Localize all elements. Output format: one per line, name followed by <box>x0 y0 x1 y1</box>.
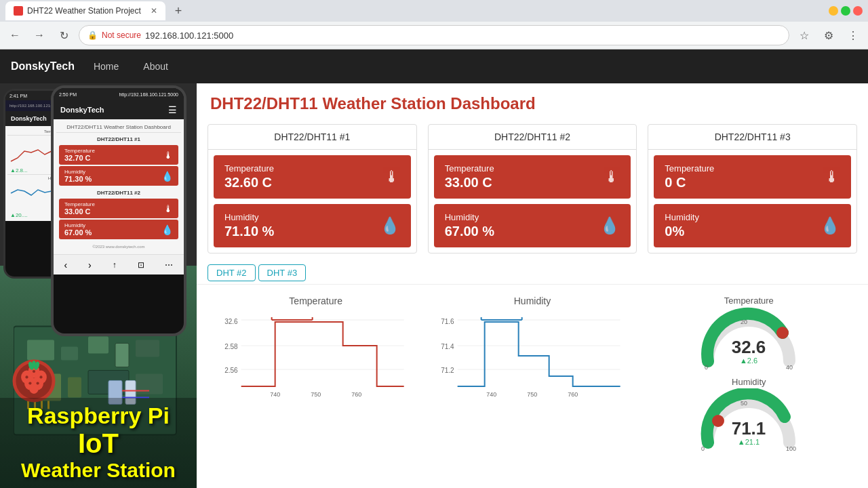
svg-text:750: 750 <box>311 391 321 398</box>
navbar: DonskyTech Home About <box>0 49 868 83</box>
reload-button[interactable]: ↻ <box>54 26 73 45</box>
navbar-about[interactable]: About <box>138 58 174 75</box>
sensor1-temp-label: Temperature <box>224 163 274 174</box>
temperature-gauge: Temperature 0 20 40 <box>646 296 852 371</box>
sensor2-title: DHT22/DHT11 #2 <box>429 125 637 150</box>
humidity-icon-2: 💧 <box>599 216 620 235</box>
thermometer-icon-2: 🌡 <box>604 167 620 186</box>
browser-toolbar: ← → ↻ 🔒 Not secure 192.168.100.121:5000 … <box>0 22 868 49</box>
overlay-line1: Raspberry Pi <box>7 403 190 428</box>
large-phone-navbar: DonskyTech ☰ <box>54 100 184 119</box>
security-label: Not secure <box>102 30 141 40</box>
svg-rect-4 <box>115 344 129 367</box>
humidity-chart-svg: 71.6 71.4 71.2 740 <box>429 312 635 400</box>
large-phone-hum2-label: Humidity <box>64 222 92 228</box>
large-phone-dashboard-title: DHT22/DHT11 Weather Station Dashboard <box>56 122 181 133</box>
svg-text:32.6: 32.6 <box>224 318 238 325</box>
sidebar-phone: Raspberry Pi IoT Weather Station 2:41 PM… <box>0 83 197 488</box>
sensor3-hum-value: 0% <box>665 224 699 239</box>
svg-point-33 <box>32 361 36 368</box>
large-phone-hum2-value: 67.00 % <box>64 228 92 237</box>
svg-text:2.58: 2.58 <box>224 343 238 350</box>
sensor3-temp-value: 0 C <box>665 175 714 190</box>
large-phone-content: DHT22/DHT11 Weather Station Dashboard DH… <box>54 119 184 254</box>
close-button[interactable] <box>853 6 863 16</box>
large-phone-sensor1-title: DHT22/DHT11 #1 <box>56 135 181 144</box>
sensor3-temperature: Temperature 0 C 🌡 <box>654 155 851 199</box>
tab-dht3[interactable]: DHT #3 <box>258 264 307 281</box>
sensor1-title: DHT22/DHT11 #1 <box>208 125 416 150</box>
charts-row: Temperature 32.6 2.58 2.56 <box>197 285 868 464</box>
large-phone-hum2: Humidity 67.00 % 💧 <box>59 220 178 239</box>
phone-back-nav[interactable]: ‹ <box>64 260 67 270</box>
large-phone-copyright: ©2023 www.donskytech.com <box>56 242 181 251</box>
temperature-chart-svg: 32.6 2.58 2.56 740 <box>213 312 418 400</box>
humidity-chart-box: Humidity 71.6 71.4 71.2 <box>424 290 640 458</box>
large-phone-hum1-label: Humidity <box>64 169 92 175</box>
phone-more-nav[interactable]: ⋯ <box>165 260 173 270</box>
sensor-card-1: DHT22/DHT11 #1 Temperature 32.60 C 🌡 Hum… <box>208 124 417 253</box>
large-phone-hum1-value: 71.30 % <box>64 175 92 183</box>
overlay-text-block: Raspberry Pi IoT Weather Station <box>0 398 197 488</box>
tab-dht2[interactable]: DHT #2 <box>208 264 256 281</box>
overlay-line3: Weather Station <box>7 459 190 482</box>
forward-button[interactable]: → <box>30 26 49 45</box>
new-tab-button[interactable]: + <box>171 4 186 18</box>
sensor1-hum-value: 71.10 % <box>224 224 274 239</box>
extensions-button[interactable]: ⚙ <box>819 26 838 45</box>
thermometer-icon-1: 🌡 <box>384 167 400 186</box>
temp-gauge-delta: ▲2.6 <box>740 357 757 365</box>
svg-text:760: 760 <box>351 391 361 398</box>
gauges-box: Temperature 0 20 40 <box>641 290 857 458</box>
svg-point-26 <box>33 370 35 373</box>
svg-point-30 <box>37 382 39 384</box>
browser-titlebar: DHT22 Weather Station Project ✕ + <box>0 0 868 22</box>
address-bar[interactable]: 🔒 Not secure 192.168.100.121:5000 <box>79 25 789 45</box>
dashboard-title: DHT22/DHT11 Weather Station Dashboard <box>197 83 868 119</box>
svg-point-62 <box>712 415 724 427</box>
svg-rect-3 <box>88 337 108 354</box>
large-phone-temp2-value: 33.00 C <box>64 207 95 216</box>
large-phone-sensor2-title: DHT22/DHT11 #2 <box>56 188 181 197</box>
svg-text:0: 0 <box>705 364 708 371</box>
large-phone-temp1: Temperature 32.70 C 🌡 <box>59 145 178 165</box>
navbar-home[interactable]: Home <box>88 58 124 75</box>
browser-tab[interactable]: DHT22 Weather Station Project ✕ <box>5 1 165 20</box>
hum-gauge-delta: ▲21.1 <box>738 438 760 446</box>
svg-text:740: 740 <box>270 391 280 398</box>
phone-tabs-nav[interactable]: ⊡ <box>138 260 144 270</box>
large-phone-hum1: Humidity 71.30 % 💧 <box>59 166 178 186</box>
temp-gauge-label: Temperature <box>724 296 774 306</box>
menu-button[interactable]: ⋮ <box>844 26 863 45</box>
tab-close[interactable]: ✕ <box>151 6 157 16</box>
svg-point-58 <box>776 327 789 339</box>
minimize-button[interactable] <box>829 6 838 16</box>
sensor3-title: DHT22/DHT11 #3 <box>648 125 856 150</box>
humidity-icon-1: 💧 <box>380 216 400 235</box>
sensor3-hum-label: Humidity <box>665 212 699 222</box>
phone-share-nav[interactable]: ↑ <box>113 260 117 270</box>
svg-text:750: 750 <box>527 391 537 398</box>
navbar-brand: DonskyTech <box>11 60 75 73</box>
large-phone-bottom-nav: ‹ › ↑ ⊡ ⋯ <box>54 254 184 274</box>
address-text: 192.168.100.121:5000 <box>145 30 233 41</box>
large-phone-menu-icon[interactable]: ☰ <box>168 104 177 115</box>
large-phone-temp1-value: 32.70 C <box>64 154 95 162</box>
back-button[interactable]: ← <box>5 26 24 45</box>
phone-forward-nav[interactable]: › <box>88 260 92 270</box>
sensor2-hum-label: Humidity <box>445 212 494 222</box>
svg-rect-5 <box>136 340 159 357</box>
large-phone-time: 2:50 PM <box>59 92 77 97</box>
svg-text:40: 40 <box>786 364 793 371</box>
sensor3-humidity: Humidity 0% 💧 <box>654 204 851 247</box>
svg-text:740: 740 <box>486 391 496 398</box>
humidity-gauge: Humidity 0 50 100 <box>646 377 852 453</box>
sensor2-temp-label: Temperature <box>445 163 494 174</box>
svg-text:20: 20 <box>741 319 747 325</box>
bookmark-button[interactable]: ☆ <box>795 26 814 45</box>
maximize-button[interactable] <box>841 6 850 16</box>
large-phone-brand: DonskyTech <box>60 106 104 114</box>
small-phone-time: 2:41 PM <box>9 94 27 98</box>
thermometer-icon-3: 🌡 <box>824 167 840 186</box>
sensor1-humidity: Humidity 71.10 % 💧 <box>214 204 411 247</box>
